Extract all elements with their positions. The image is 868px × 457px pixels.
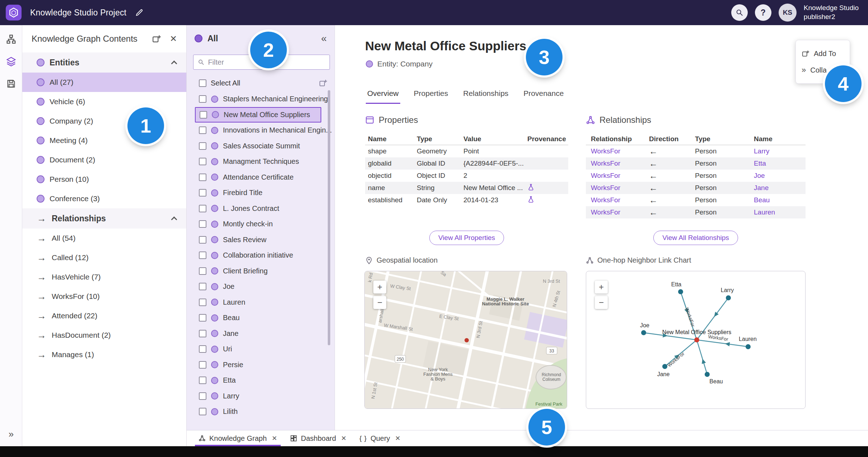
relationship-link[interactable]: WorksFor (591, 160, 649, 167)
link-node-etta[interactable] (678, 289, 683, 294)
list-item-attendance-certificate[interactable]: Attendance Certificate (187, 170, 335, 185)
list-item-sales-review[interactable]: Sales Review (187, 232, 335, 248)
map[interactable]: k RdW Clay StSaN 3rd StN 4th StMaggie L.… (364, 271, 567, 409)
select-all-checkbox[interactable] (199, 79, 206, 87)
link-node-larry[interactable] (726, 295, 731, 300)
item-checkbox[interactable] (199, 361, 206, 369)
item-checkbox[interactable] (199, 330, 206, 337)
entity-link[interactable]: Jane (754, 184, 806, 192)
hierarchy-icon[interactable] (0, 28, 22, 50)
view-all-properties-button[interactable]: View All Properties (429, 231, 504, 245)
list-item-managment-techniques[interactable]: Managment Techniques (187, 154, 335, 170)
relationship-link[interactable]: WorksFor (591, 172, 649, 180)
list-item-sales-associate-summit[interactable]: Sales Associate Summit (187, 138, 335, 154)
item-checkbox[interactable] (199, 158, 206, 165)
help-button[interactable]: ? (755, 4, 771, 21)
item-checkbox[interactable] (199, 205, 206, 212)
item-checkbox[interactable] (200, 111, 207, 119)
tab-properties[interactable]: Properties (412, 89, 450, 104)
list-item-joe[interactable]: Joe (187, 279, 335, 295)
item-checkbox[interactable] (199, 236, 206, 244)
relationship-link[interactable]: WorksFor (591, 208, 649, 216)
link-node-beau[interactable] (705, 372, 710, 377)
save-icon[interactable] (0, 73, 22, 95)
entity-link[interactable]: Larry (754, 147, 806, 155)
list-item-lilith[interactable]: Lilith (187, 404, 335, 420)
zoom-out-button[interactable]: − (595, 296, 608, 309)
item-checkbox[interactable] (199, 142, 206, 150)
list-item-jane[interactable]: Jane (187, 326, 335, 342)
close-panel-icon[interactable]: ✕ (170, 34, 177, 44)
bottom-tab-knowledge-graph[interactable]: Knowledge Graph✕ (192, 430, 284, 446)
list-item-lauren[interactable]: Lauren (187, 295, 335, 310)
list-item-l-jones-contract[interactable]: L. Jones Contract (187, 201, 335, 217)
item-checkbox[interactable] (199, 408, 206, 415)
expand-rail-button[interactable]: » (0, 429, 22, 440)
item-checkbox[interactable] (199, 299, 206, 306)
avatar[interactable]: KS (779, 4, 797, 22)
list-item-larry[interactable]: Larry (187, 388, 335, 404)
list-item-firebird-title[interactable]: Firebird Title (187, 185, 335, 201)
provenance-icon[interactable] (527, 185, 535, 192)
entity-link[interactable]: Beau (754, 196, 806, 204)
link-node-lauren[interactable] (746, 344, 751, 349)
list-item-persie[interactable]: Persie (187, 357, 335, 373)
list-item-client-briefing[interactable]: Client Briefing (187, 263, 335, 279)
item-checkbox[interactable] (199, 345, 206, 353)
tab-overview[interactable]: Overview (366, 89, 400, 104)
sidebar-item-entity-person-10[interactable]: Person (10) (22, 170, 186, 189)
relationship-link[interactable]: WorksFor (591, 147, 649, 155)
close-icon[interactable]: ✕ (341, 434, 346, 442)
view-all-relationships-button[interactable]: View All Relationships (653, 231, 738, 245)
add-selected-icon[interactable] (319, 79, 327, 87)
relationship-link[interactable]: WorksFor (591, 184, 649, 192)
item-checkbox[interactable] (199, 174, 206, 181)
collapse-panel-button[interactable]: « (321, 33, 327, 44)
link-node-center[interactable] (694, 337, 699, 342)
list-item-beau[interactable]: Beau (187, 310, 335, 326)
sidebar-item-entity-document-2[interactable]: Document (2) (22, 150, 186, 170)
item-checkbox[interactable] (199, 267, 206, 275)
sidebar-item-entity-conference-3[interactable]: Conference (3) (22, 189, 186, 208)
link-chart[interactable]: WorksForWorksForWorksForNew Metal Office… (586, 271, 806, 409)
sidebar-item-entity-all-27[interactable]: All (27) (22, 73, 186, 92)
bottom-tab-dashboard[interactable]: Dashboard✕ (284, 430, 353, 446)
link-node-joe[interactable] (641, 330, 646, 335)
item-checkbox[interactable] (199, 95, 206, 103)
zoom-out-button[interactable]: − (373, 296, 386, 309)
sidebar-item-relationship-hasdocument-2[interactable]: →HasDocument (2) (22, 326, 186, 345)
sidebar-item-relationship-manages-1[interactable]: →Manages (1) (22, 345, 186, 364)
relationship-link[interactable]: WorksFor (591, 196, 649, 204)
list-item-staplers-mechanical-engineering[interactable]: Staplers Mechanical Engineering (187, 91, 335, 107)
zoom-in-button[interactable]: + (373, 281, 386, 294)
list-item-new-metal-office-suppliers[interactable]: New Metal Office Suppliers (195, 107, 321, 123)
list-item-montly-check-in[interactable]: Montly check-in (187, 216, 335, 232)
scrollbar-thumb[interactable] (328, 90, 330, 345)
sidebar-item-relationship-called-12[interactable]: →Called (12) (22, 248, 186, 267)
list-item-innovations-in-mechanical-engin[interactable]: Innovations in Mechanical Engin... (187, 123, 335, 138)
search-button[interactable] (731, 4, 748, 21)
item-checkbox[interactable] (199, 220, 206, 228)
entities-section-header[interactable]: Entities (22, 52, 186, 73)
close-icon[interactable]: ✕ (272, 434, 277, 442)
tab-relationships[interactable]: Relationships (462, 89, 510, 104)
sidebar-item-relationship-all-54[interactable]: →All (54) (22, 228, 186, 248)
sidebar-item-entity-vehicle-6[interactable]: Vehicle (6) (22, 92, 186, 111)
close-icon[interactable]: ✕ (395, 434, 401, 442)
list-item-collaboration-initiative[interactable]: Collaboration initiative (187, 248, 335, 263)
zoom-in-button[interactable]: + (595, 281, 608, 294)
list-item-etta[interactable]: Etta (187, 373, 335, 388)
entity-link[interactable]: Etta (754, 160, 806, 167)
list-item-uri[interactable]: Uri (187, 341, 335, 357)
item-checkbox[interactable] (199, 314, 206, 322)
item-checkbox[interactable] (199, 126, 206, 134)
item-checkbox[interactable] (199, 189, 206, 197)
bottom-tab-query[interactable]: { }Query✕ (353, 430, 407, 446)
sidebar-item-relationship-attended-22[interactable]: →Attended (22) (22, 306, 186, 326)
tab-provenance[interactable]: Provenance (522, 89, 565, 104)
entity-link[interactable]: Lauren (754, 208, 806, 216)
item-checkbox[interactable] (199, 283, 206, 290)
sidebar-item-relationship-worksfor-10[interactable]: →WorksFor (10) (22, 287, 186, 306)
entity-link[interactable]: Joe (754, 172, 806, 180)
add-panel-icon[interactable] (152, 34, 161, 43)
